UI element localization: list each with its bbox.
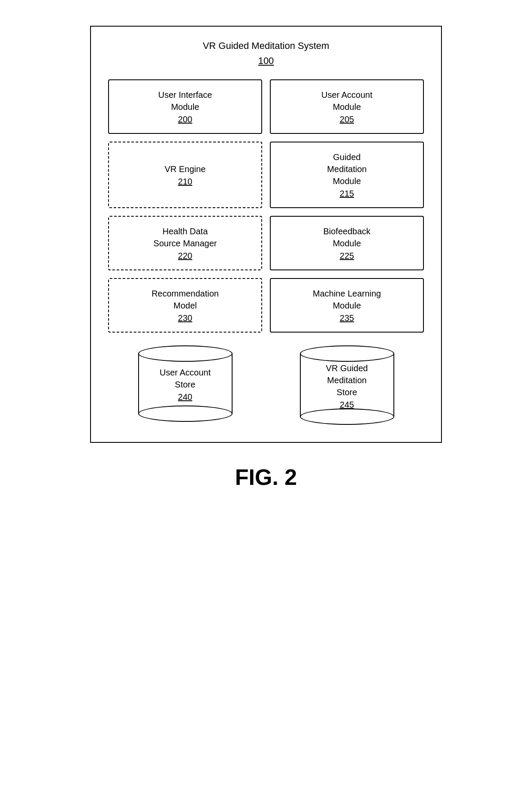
cylinder-top-1: [138, 345, 233, 362]
user-account-label: User AccountModule: [321, 89, 372, 113]
cylinder-bottom-1: [138, 406, 233, 422]
user-account-store-number: 240: [178, 392, 192, 402]
vr-engine-label: VR Engine: [165, 163, 206, 175]
machine-learning-number: 235: [340, 313, 354, 323]
user-interface-number: 200: [178, 115, 192, 124]
vr-engine-number: 210: [178, 177, 192, 187]
modules-grid: User InterfaceModule 200 User AccountMod…: [108, 79, 424, 333]
system-number: 100: [258, 55, 274, 67]
user-account-store-label: User AccountStore: [160, 366, 211, 390]
recommendation-label: RecommendationModel: [151, 287, 219, 312]
cylinder-body-2: VR GuidedMeditationStore 245: [300, 354, 394, 417]
user-interface-module: User InterfaceModule 200: [108, 79, 262, 134]
cylinder-top-2: [300, 345, 394, 362]
guided-meditation-number: 215: [340, 189, 354, 199]
cylinder-body-1: User AccountStore 240: [138, 354, 233, 414]
vr-guided-meditation-store-label: VR GuidedMeditationStore: [326, 362, 368, 398]
datastores-row: User AccountStore 240 VR GuidedMeditatio…: [108, 345, 424, 425]
biofeedback-module: BiofeedbackModule 225: [270, 216, 424, 270]
biofeedback-number: 225: [340, 251, 354, 261]
biofeedback-label: BiofeedbackModule: [323, 225, 370, 249]
user-interface-label: User InterfaceModule: [158, 89, 212, 113]
vr-guided-meditation-store-container: VR GuidedMeditationStore 245: [270, 345, 424, 425]
machine-learning-module: Machine LearningModule 235: [270, 278, 424, 333]
vr-engine-module: VR Engine 210: [108, 142, 262, 208]
recommendation-model: RecommendationModel 230: [108, 278, 262, 333]
diagram-frame: VR Guided Meditation System 100 User Int…: [90, 26, 442, 443]
health-data-number: 220: [178, 251, 192, 261]
cylinder-bottom-2: [300, 409, 394, 425]
figure-label: FIG. 2: [235, 464, 297, 490]
user-account-module: User AccountModule 205: [270, 79, 424, 134]
user-account-store-cylinder: User AccountStore 240: [138, 345, 233, 422]
machine-learning-label: Machine LearningModule: [313, 287, 381, 312]
recommendation-number: 230: [178, 313, 192, 323]
user-account-store-container: User AccountStore 240: [108, 345, 262, 425]
user-account-number: 205: [340, 115, 354, 124]
health-data-label: Health DataSource Manager: [154, 225, 217, 249]
guided-meditation-module: GuidedMeditationModule 215: [270, 142, 424, 208]
guided-meditation-label: GuidedMeditationModule: [327, 151, 366, 187]
vr-guided-meditation-store-cylinder: VR GuidedMeditationStore 245: [300, 345, 394, 425]
system-title: VR Guided Meditation System: [203, 39, 329, 53]
health-data-source-manager: Health DataSource Manager 220: [108, 216, 262, 270]
